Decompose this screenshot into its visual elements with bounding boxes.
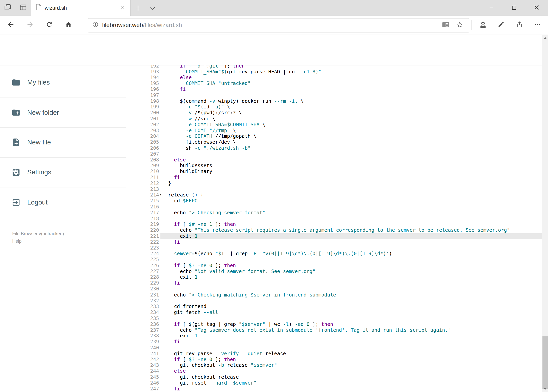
code-line-243[interactable]: 243 git checkout -b release "$semver" <box>140 362 542 368</box>
code-line-241[interactable]: 241 git rev-parse --verify --quiet relea… <box>140 350 542 356</box>
code-line-205[interactable]: 205 filebrowser/dev \ <box>140 139 542 145</box>
code-text: filebrowser/dev \ <box>168 139 236 145</box>
refresh-button[interactable] <box>40 17 59 33</box>
home-icon <box>65 21 72 29</box>
code-line-194[interactable]: 194 else <box>140 75 542 80</box>
line-number: 233 <box>140 304 159 309</box>
code-line-218[interactable]: 218 <box>140 216 542 221</box>
code-line-246[interactable]: 246 git reset --hard "$semver" <box>140 380 542 386</box>
window-close-button[interactable] <box>525 0 548 16</box>
code-line-224[interactable]: 224 semver=$(echo "$1" | grep -P '^v(0|[… <box>140 251 542 257</box>
code-line-231[interactable]: 231 echo "> Checking matching $semver in… <box>140 292 542 298</box>
screen: 192 if [ -d ".git" ]; then193 COMMIT_SHA… <box>0 0 548 392</box>
more-options-button[interactable] <box>528 17 547 33</box>
code-line-208[interactable]: 208 else <box>140 157 542 163</box>
code-line-221[interactable]: 221 exit 1 <box>140 233 542 239</box>
code-line-207[interactable]: 207 <box>140 151 542 157</box>
code-line-222[interactable]: 222 fi <box>140 239 542 245</box>
code-line-212[interactable]: 212} <box>140 180 542 186</box>
code-line-206[interactable]: 206 sh -c "./wizard.sh -b" <box>140 145 542 151</box>
code-line-223[interactable]: 223 <box>140 245 542 251</box>
reading-view-button[interactable] <box>440 20 451 30</box>
code-line-210[interactable]: 210 buildBinary <box>140 168 542 174</box>
code-line-239[interactable]: 239 fi <box>140 339 542 345</box>
code-line-201[interactable]: 201 -w //src \ <box>140 116 542 121</box>
code-line-234[interactable]: 234 git fetch --all <box>140 309 542 315</box>
site-info-icon[interactable] <box>92 21 99 29</box>
code-line-236[interactable]: 236 if [ $(git tag | grep "$semver" | wc… <box>140 321 542 327</box>
code-line-193[interactable]: 193 COMMIT_SHA="$(git rev-parse HEAD | c… <box>140 69 542 75</box>
code-line-217[interactable]: 217 echo "> Checking semver format" <box>140 210 542 216</box>
scroll-down-arrow-icon[interactable] <box>542 386 548 392</box>
forward-button[interactable] <box>20 17 40 33</box>
code-line-202[interactable]: 202 -e COMMIT_SHA=$COMMIT_SHA \ <box>140 121 542 127</box>
url-text: filebrowser.web/files/wizard.sh <box>102 22 182 29</box>
scroll-up-arrow-icon[interactable] <box>542 35 548 41</box>
code-line-228[interactable]: 228 exit 1 <box>140 274 542 280</box>
back-button[interactable] <box>1 17 20 33</box>
line-number: 220 <box>140 227 159 233</box>
code-line-230[interactable]: 230 <box>140 286 542 292</box>
code-line-226[interactable]: 226 if [ $? -ne 0 ]; then <box>140 262 542 268</box>
code-line-237[interactable]: 237 echo "Tag $semver does not exist in … <box>140 327 542 333</box>
fold-marker-icon[interactable]: ▾ <box>160 192 162 197</box>
code-line-213[interactable]: 213 <box>140 186 542 192</box>
code-line-244[interactable]: 244 else <box>140 368 542 374</box>
share-page-button[interactable] <box>510 17 528 33</box>
sidebar-item-my-files[interactable]: My files <box>0 68 126 98</box>
code-line-245[interactable]: 245 git checkout release <box>140 374 542 380</box>
code-text: -u "$(id -u)" \ <box>168 104 230 110</box>
pen-icon <box>498 21 505 29</box>
help-link[interactable]: Help <box>12 237 140 245</box>
new-tab-button[interactable] <box>131 0 145 16</box>
code-line-233[interactable]: 233 cd frontend <box>140 304 542 309</box>
code-line-229[interactable]: 229 fi <box>140 280 542 286</box>
code-line-211[interactable]: 211 fi <box>140 174 542 180</box>
code-line-209[interactable]: 209 buildAssets <box>140 163 542 168</box>
settings-icon <box>12 168 21 177</box>
code-line-198[interactable]: 198 $(command -v winpty) docker run --rm… <box>140 98 542 104</box>
code-line-220[interactable]: 220 echo "This release script requires a… <box>140 227 542 233</box>
code-line-200[interactable]: 200 -v /$(pwd):/src:z \ <box>140 110 542 116</box>
hub-button[interactable] <box>474 17 492 33</box>
code-line-216[interactable]: 216 <box>140 204 542 210</box>
set-tabs-aside-button[interactable] <box>0 0 15 16</box>
code-line-227[interactable]: 227 echo "Not valid semver format. See s… <box>140 268 542 274</box>
scrollbar-thumb[interactable] <box>542 336 548 389</box>
code-line-242[interactable]: 242 if [ $? -ne 0 ]; then <box>140 356 542 362</box>
code-line-199[interactable]: 199 -u "$(id -u)" \ <box>140 104 542 110</box>
line-number: 245 <box>140 374 159 380</box>
code-line-238[interactable]: 238 exit 1 <box>140 333 542 339</box>
window-minimize-button[interactable] <box>480 0 503 16</box>
code-line-204[interactable]: 204 -e GOPATH=//tmp/gopath \ <box>140 133 542 139</box>
code-line-196[interactable]: 196 fi <box>140 86 542 92</box>
web-note-button[interactable] <box>492 17 510 33</box>
code-line-219[interactable]: 219 if [ $# -ne 1 ]; then <box>140 221 542 227</box>
code-line-203[interactable]: 203 -e HOME="//tmp" \ <box>140 127 542 133</box>
url-field[interactable]: filebrowser.web/files/wizard.sh <box>88 18 469 32</box>
sidebar-item-logout[interactable]: Logout <box>0 187 126 217</box>
sidebar-item-new-folder[interactable]: New folder <box>0 98 126 128</box>
tab-preview-button[interactable] <box>15 0 31 16</box>
line-number: 200 <box>140 110 159 116</box>
tab-close-button[interactable] <box>117 3 128 13</box>
code-line-214[interactable]: 214▾release () { <box>140 192 542 198</box>
browser-tab[interactable]: wizard.sh <box>31 0 131 16</box>
code-editor[interactable]: 192 if [ -d ".git" ]; then193 COMMIT_SHA… <box>140 63 542 392</box>
window-maximize-button[interactable] <box>503 0 525 16</box>
code-line-195[interactable]: 195 COMMIT_SHA="untracked" <box>140 80 542 86</box>
code-line-247[interactable]: 247 fi <box>140 386 542 392</box>
code-line-240[interactable]: 240 <box>140 345 542 350</box>
code-line-197[interactable]: 197 <box>140 92 542 98</box>
code-line-225[interactable]: 225 <box>140 257 542 262</box>
tab-list-chevron-button[interactable] <box>145 0 160 16</box>
line-number: 209 <box>140 163 159 168</box>
sidebar-item-settings[interactable]: Settings <box>0 158 126 188</box>
code-line-235[interactable]: 235 <box>140 315 542 321</box>
home-button[interactable] <box>59 17 78 33</box>
add-favorite-button[interactable] <box>454 20 465 30</box>
code-line-232[interactable]: 232 <box>140 298 542 304</box>
code-line-215[interactable]: 215 cd $REPO <box>140 198 542 204</box>
sidebar-item-new-file[interactable]: New file <box>0 128 126 158</box>
page-scrollbar[interactable] <box>542 35 548 392</box>
